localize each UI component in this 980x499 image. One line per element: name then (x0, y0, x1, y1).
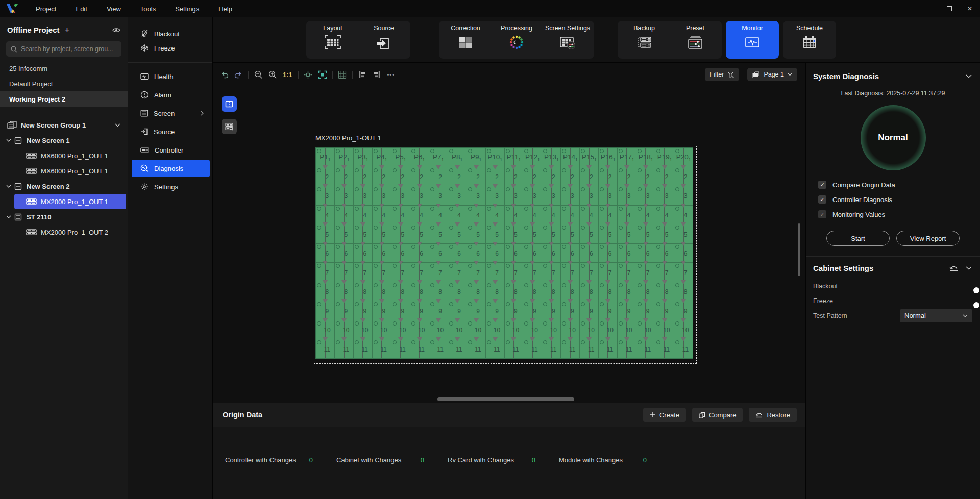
cabinet-cell[interactable]: 11 (636, 339, 655, 359)
cabinet-cell[interactable]: 4 (636, 206, 655, 225)
cabinet-cell[interactable]: 4 (316, 206, 335, 225)
cabinet-cell[interactable]: 8 (354, 282, 373, 302)
cabinet-cell[interactable]: 11 (354, 339, 373, 359)
cabinet-cell[interactable]: P61 (410, 148, 429, 167)
cabinet-cell[interactable]: 10 (580, 320, 599, 340)
reset-icon[interactable] (949, 265, 959, 271)
cabinet-view-button[interactable] (222, 96, 237, 112)
cabinet-cell[interactable]: 7 (580, 263, 599, 282)
cabinet-cell[interactable]: 9 (448, 301, 467, 320)
cabinet-cell[interactable]: 9 (391, 301, 410, 320)
cabinet-cell[interactable]: 5 (580, 224, 599, 244)
cabinet-cell[interactable]: 3 (410, 186, 429, 206)
fit-selection-icon[interactable] (315, 68, 330, 81)
cabinet-cell[interactable]: P171 (618, 148, 636, 167)
cabinet-cell[interactable]: 6 (636, 244, 655, 263)
cabinet-cell[interactable]: 8 (429, 282, 448, 302)
cabinet-cell[interactable]: 5 (335, 224, 354, 244)
cabinet-cell[interactable]: 2 (486, 167, 505, 187)
cabinet-cell[interactable]: 7 (636, 263, 655, 282)
page-selector[interactable]: Page 1 (747, 68, 797, 81)
cabinet-cell[interactable]: 6 (599, 244, 618, 263)
cabinet-cell[interactable]: 10 (354, 320, 373, 340)
cabinet-cell[interactable]: 10 (561, 320, 580, 340)
ribbon-monitor-button-active[interactable]: Monitor (727, 23, 778, 56)
cabinet-cell[interactable]: 7 (486, 263, 505, 282)
cabinet-cell[interactable]: 3 (429, 186, 448, 206)
cabinet-cell[interactable]: 10 (655, 320, 674, 340)
chevron-down-icon[interactable] (6, 139, 11, 142)
cabinet-cell[interactable]: 11 (316, 339, 335, 359)
create-button[interactable]: Create (643, 408, 686, 422)
cabinet-cell[interactable]: 2 (618, 167, 636, 187)
nav-item-diagnosis-active[interactable]: Diagnosis (132, 160, 210, 177)
cabinet-cell[interactable]: P51 (391, 148, 410, 167)
cabinet-cell[interactable]: P21 (335, 148, 354, 167)
locate-icon[interactable] (301, 68, 315, 81)
cabinet-cell[interactable]: 10 (448, 320, 467, 340)
cabinet-cell[interactable]: 2 (580, 167, 599, 187)
cabinet-cell[interactable]: 10 (636, 320, 655, 340)
cabinet-cell[interactable]: 5 (391, 224, 410, 244)
cabinet-cell[interactable]: 7 (429, 263, 448, 282)
cabinet-cell[interactable]: 10 (542, 320, 561, 340)
cabinet-cell[interactable]: 6 (561, 244, 580, 263)
project-search[interactable] (6, 41, 121, 57)
cabinet-cell[interactable]: 4 (599, 206, 618, 225)
menu-tools[interactable]: Tools (138, 4, 158, 14)
cabinet-cell[interactable]: 7 (373, 263, 391, 282)
nav-item-alarm[interactable]: Alarm (132, 86, 210, 104)
chevron-down-icon[interactable] (115, 123, 120, 127)
cabinet-cell[interactable]: 2 (391, 167, 410, 187)
cabinet-cell[interactable]: 5 (618, 224, 636, 244)
cabinet-cell[interactable]: 4 (391, 206, 410, 225)
cabinet-cell[interactable]: 8 (655, 282, 674, 302)
cabinet-cell[interactable]: 3 (467, 186, 486, 206)
cabinet-cell[interactable]: 10 (391, 320, 410, 340)
tree-item-screen[interactable]: ST 2110 (0, 209, 128, 224)
cabinet-cell[interactable]: 2 (542, 167, 561, 187)
cabinet-cell[interactable]: P201 (674, 148, 693, 167)
cabinet-cell[interactable]: 4 (373, 206, 391, 225)
cabinet-cell[interactable]: 11 (505, 339, 524, 359)
horizontal-scrollbar[interactable] (437, 397, 574, 401)
cabinet-cell[interactable]: 3 (373, 186, 391, 206)
cabinet-cell[interactable]: 6 (655, 244, 674, 263)
chevron-down-icon[interactable] (966, 74, 972, 78)
start-button[interactable]: Start (826, 231, 890, 246)
cabinet-cell[interactable]: P191 (655, 148, 674, 167)
cabinet-cell[interactable]: 3 (505, 186, 524, 206)
cabinet-cell[interactable]: 6 (505, 244, 524, 263)
filter-button[interactable]: Filter (705, 68, 740, 81)
cabinet-cell[interactable]: P41 (373, 148, 391, 167)
cabinet-cell[interactable]: 2 (674, 167, 693, 187)
cabinet-cell[interactable]: 4 (486, 206, 505, 225)
cabinet-cell[interactable]: 2 (523, 167, 542, 187)
cabinet-cell[interactable]: 2 (373, 167, 391, 187)
cabinet-cell[interactable]: P11 (316, 148, 335, 167)
cabinet-cell[interactable]: 10 (335, 320, 354, 340)
cabinet-cell[interactable]: 7 (618, 263, 636, 282)
ribbon-layout-button[interactable]: Layout (307, 23, 358, 56)
cabinet-cell[interactable]: P111 (505, 148, 524, 167)
cabinet-cell[interactable]: 2 (655, 167, 674, 187)
cabinet-cell[interactable]: 11 (410, 339, 429, 359)
cabinet-cell[interactable]: 8 (391, 282, 410, 302)
menu-view[interactable]: View (105, 4, 123, 14)
cabinet-cell[interactable]: 9 (618, 301, 636, 320)
cabinet-cell[interactable]: 8 (542, 282, 561, 302)
cabinet-cell[interactable]: 6 (429, 244, 448, 263)
cabinet-cell[interactable]: P131 (542, 148, 561, 167)
vertical-scrollbar[interactable] (798, 223, 800, 276)
cabinet-cell[interactable]: 11 (599, 339, 618, 359)
cabinet-cell[interactable]: 3 (542, 186, 561, 206)
cabinet-cell[interactable]: 4 (542, 206, 561, 225)
cabinet-cell[interactable]: 9 (467, 301, 486, 320)
eye-icon[interactable] (112, 27, 120, 33)
cabinet-cell[interactable]: 5 (354, 224, 373, 244)
cabinet-cell[interactable]: 11 (618, 339, 636, 359)
cabinet-cell[interactable]: 8 (618, 282, 636, 302)
minimize-button[interactable]: — (919, 0, 939, 17)
ribbon-source-button[interactable]: Source (358, 23, 409, 56)
cabinet-cell[interactable]: 10 (486, 320, 505, 340)
